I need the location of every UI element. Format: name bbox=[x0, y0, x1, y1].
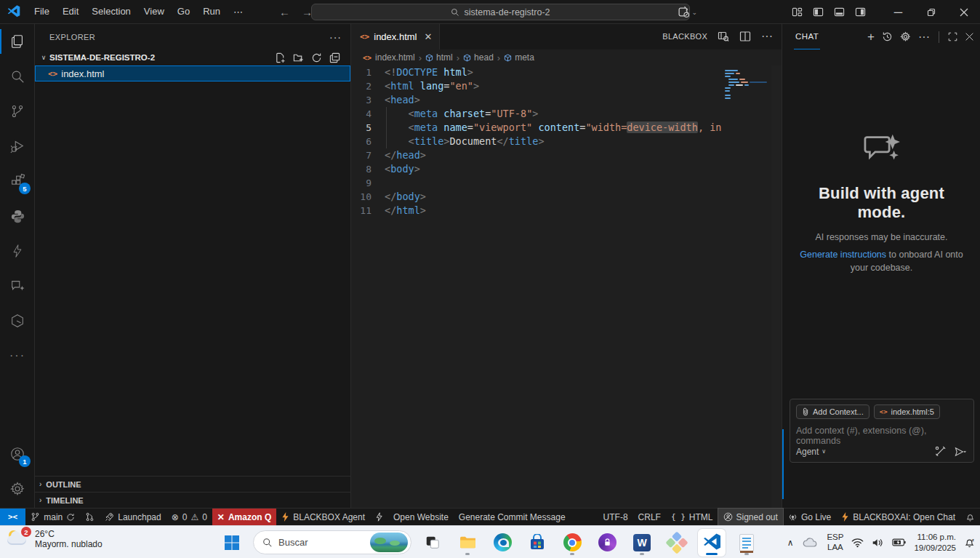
file-item-index-html[interactable]: <> index.html bbox=[35, 65, 350, 81]
nav-back-icon[interactable]: ← bbox=[279, 6, 290, 18]
battery-icon[interactable] bbox=[892, 538, 906, 547]
tray-expand-icon[interactable]: ∧ bbox=[787, 538, 794, 548]
file-explorer-button[interactable] bbox=[454, 529, 481, 557]
notifications-bell-item[interactable] bbox=[960, 509, 980, 525]
language-mode-item[interactable]: { } HTML bbox=[666, 509, 718, 525]
code-line-7[interactable]: 7</head> bbox=[351, 148, 782, 162]
breadcrumb[interactable]: <> index.html › html › head › meta bbox=[351, 49, 782, 65]
outline-section[interactable]: › OUTLINE bbox=[35, 476, 350, 492]
secure-browser-button[interactable] bbox=[593, 529, 621, 557]
amazon-q-item[interactable]: ✕ Amazon Q bbox=[212, 509, 276, 525]
code-line-5[interactable]: 5 <meta name="viewport" content="width=d… bbox=[351, 121, 782, 135]
tools-icon[interactable] bbox=[935, 446, 946, 457]
agent-mode-dropdown[interactable]: Agent bbox=[796, 447, 819, 457]
activity-more-icon[interactable]: ··· bbox=[0, 338, 35, 373]
toggle-secondary-sidebar-icon[interactable] bbox=[855, 7, 866, 17]
panel-sash[interactable] bbox=[782, 429, 784, 499]
encoding-item[interactable]: UTF-8 bbox=[598, 509, 633, 525]
bolt-item[interactable] bbox=[370, 509, 388, 525]
vscode-taskbar-button[interactable] bbox=[698, 529, 726, 557]
code-line-3[interactable]: 3<head> bbox=[351, 93, 782, 107]
tab-close-icon[interactable]: ✕ bbox=[425, 31, 433, 42]
extensions-icon[interactable]: 5 bbox=[0, 164, 35, 199]
breadcrumb-head[interactable]: head bbox=[463, 52, 494, 63]
go-live-item[interactable]: Go Live bbox=[783, 509, 836, 525]
code-line-10[interactable]: 10</body> bbox=[351, 190, 782, 204]
code-line-2[interactable]: 2<html lang="en"> bbox=[351, 79, 782, 93]
notepad-button[interactable] bbox=[733, 529, 760, 557]
editor-scrollbar[interactable] bbox=[771, 65, 782, 508]
window-minimize-button[interactable]: ─ bbox=[882, 0, 915, 24]
remote-indicator[interactable]: >< bbox=[0, 509, 25, 525]
chat-input-placeholder[interactable]: Add context (#), extensions (@), command… bbox=[796, 426, 968, 446]
code-editor[interactable]: 1<!DOCTYPE html>2<html lang="en">3<head>… bbox=[351, 65, 782, 508]
search-highlight-image[interactable] bbox=[370, 533, 408, 552]
menu-run[interactable]: Run bbox=[196, 3, 227, 20]
generate-instructions-link[interactable]: Generate instructions bbox=[800, 250, 886, 260]
chat-input-box[interactable]: Add Context... <> index.html:5 Add conte… bbox=[790, 399, 974, 463]
source-control-icon[interactable] bbox=[0, 94, 35, 129]
breadcrumb-meta[interactable]: meta bbox=[504, 52, 534, 63]
hexagon-extension-icon[interactable] bbox=[0, 303, 35, 338]
blackbox-bolt-icon[interactable] bbox=[0, 234, 35, 268]
explorer-more-icon[interactable]: ··· bbox=[329, 31, 342, 43]
onedrive-icon[interactable] bbox=[801, 537, 819, 549]
launchpad-item[interactable]: Launchpad bbox=[100, 509, 166, 525]
code-line-8[interactable]: 8<body> bbox=[351, 162, 782, 176]
refresh-icon[interactable] bbox=[311, 52, 322, 63]
minimap[interactable] bbox=[722, 65, 771, 508]
clock-widget[interactable]: 11:06 p.m. 19/09/2025 bbox=[914, 532, 956, 554]
open-website-item[interactable]: Open Website bbox=[388, 509, 454, 525]
timeline-section[interactable]: › TIMELINE bbox=[35, 492, 350, 508]
add-context-chip[interactable]: Add Context... bbox=[796, 404, 869, 419]
blackbox-agent-item[interactable]: BLACKBOX Agent bbox=[276, 509, 370, 525]
settings-gear-icon[interactable] bbox=[0, 471, 35, 506]
customize-layout-icon[interactable] bbox=[792, 7, 803, 17]
git-actions-item[interactable] bbox=[80, 509, 100, 525]
notification-bell-icon[interactable]: z bbox=[964, 537, 976, 549]
breadcrumb-file[interactable]: index.html bbox=[375, 52, 415, 63]
code-line-1[interactable]: 1<!DOCTYPE html> bbox=[351, 65, 782, 79]
language-indicator[interactable]: ESPLAA bbox=[827, 533, 843, 551]
code-line-4[interactable]: 4 <meta charset="UTF-8"> bbox=[351, 107, 782, 121]
code-line-9[interactable]: 9 bbox=[351, 176, 782, 190]
search-sidebar-icon[interactable] bbox=[0, 59, 35, 94]
run-debug-icon[interactable] bbox=[0, 129, 35, 164]
edge-button[interactable] bbox=[489, 529, 516, 557]
menu-selection[interactable]: Selection bbox=[85, 3, 137, 20]
menu-more[interactable]: ⋯ bbox=[227, 7, 250, 17]
chat-more-icon[interactable]: ··· bbox=[918, 31, 930, 44]
tab-index-html[interactable]: <> index.html ✕ bbox=[351, 24, 440, 49]
window-restore-button[interactable] bbox=[915, 0, 947, 24]
chat-settings-gear-icon[interactable] bbox=[900, 31, 911, 42]
expand-icon[interactable] bbox=[948, 32, 957, 41]
chrome-button[interactable] bbox=[558, 529, 586, 557]
breadcrumb-html[interactable]: html bbox=[425, 52, 453, 63]
code-line-11[interactable]: 11</html> bbox=[351, 204, 782, 218]
wifi-icon[interactable] bbox=[851, 538, 864, 548]
menu-file[interactable]: File bbox=[28, 3, 56, 20]
current-file-chip[interactable]: <> index.html:5 bbox=[874, 404, 940, 419]
office-diamond-button[interactable] bbox=[663, 529, 691, 557]
tab-chat[interactable]: CHAT bbox=[794, 24, 820, 49]
toggle-panel-icon[interactable] bbox=[834, 7, 845, 17]
problems-item[interactable]: ⊗0 ⚠0 bbox=[166, 509, 212, 525]
toggle-sidebar-icon[interactable] bbox=[813, 7, 824, 17]
code-line-6[interactable]: 6 <title>Document</title> bbox=[351, 135, 782, 148]
python-icon[interactable] bbox=[0, 199, 35, 234]
collapse-folders-icon[interactable] bbox=[329, 52, 340, 63]
task-view-button[interactable] bbox=[419, 529, 446, 557]
taskbar-search[interactable]: Buscar bbox=[253, 530, 411, 554]
volume-icon[interactable] bbox=[872, 538, 884, 548]
new-chat-icon[interactable]: + bbox=[867, 30, 875, 44]
blackbox-open-chat-item[interactable]: BLACKBOXAI: Open Chat bbox=[836, 509, 960, 525]
window-close-button[interactable] bbox=[947, 0, 980, 24]
menu-view[interactable]: View bbox=[137, 3, 171, 20]
weather-widget[interactable]: 2 26°C Mayorm. nublado bbox=[7, 529, 103, 549]
project-section-header[interactable]: ∨ SISTEMA-DE-REGISTRO-2 bbox=[35, 49, 350, 65]
eol-item[interactable]: CRLF bbox=[633, 509, 666, 525]
explorer-icon[interactable] bbox=[0, 24, 35, 59]
word-button[interactable]: W bbox=[628, 529, 656, 557]
start-button[interactable] bbox=[218, 529, 246, 557]
menu-go[interactable]: Go bbox=[171, 3, 196, 20]
